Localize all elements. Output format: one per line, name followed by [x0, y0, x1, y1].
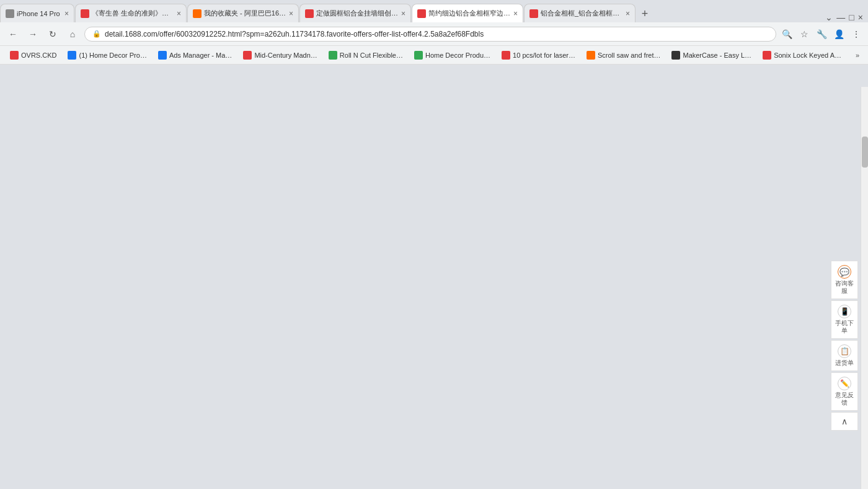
feedback-icon: ✏️ — [838, 377, 851, 390]
tab-label-round: 定做圆框铝合金挂墙细创事… — [316, 9, 399, 18]
cart-icon: 📋 — [838, 344, 851, 358]
tab-round-frame[interactable]: 定做圆框铝合金挂墙细创事… × — [299, 4, 411, 22]
address-bar-1[interactable]: 🔒 detail.1688.com/offer/600320912252.htm… — [84, 27, 776, 42]
consult-label: 咨询客服 — [834, 280, 855, 295]
tab-kiseiju[interactable]: 《寄生兽 生命的准则》全集… × — [75, 4, 187, 22]
toolbar-actions-1: 🔍 ☆ 🔧 👤 ⋮ — [780, 27, 863, 41]
sidebar-btn-feedback[interactable]: ✏️ 意见反馈 — [831, 372, 858, 411]
bookmark-icon-hd2 — [414, 51, 423, 60]
bookmark-label-10pcs: 10 pcs/lot for laser… — [513, 52, 575, 59]
tab-favorites[interactable]: 我的收藏夹 - 阿里巴巴1688… × — [187, 4, 299, 22]
tab-close-iphone[interactable]: × — [64, 9, 69, 18]
tab-alloy-frame[interactable]: 铝合金相框_铝合金相框拉… × — [524, 4, 636, 22]
home-button-1[interactable]: ⌂ — [64, 26, 81, 42]
bookmark-label-hd2: Home Decor Produ… — [425, 52, 490, 59]
tab-label-kiseiju: 《寄生兽 生命的准则》全集… — [92, 9, 174, 18]
restore-button-1[interactable]: □ — [849, 12, 854, 22]
toolbar-1: ← → ↻ ⌂ 🔒 detail.1688.com/offer/60032091… — [0, 22, 868, 46]
tab-label-alloy: 铝合金相框_铝合金相框拉… — [541, 9, 623, 18]
sidebar-btn-consult[interactable]: 💬 咨询客服 — [831, 261, 858, 299]
scroll-up-button[interactable]: ∧ — [831, 412, 858, 431]
feedback-label: 意见反馈 — [834, 392, 855, 406]
mobile-label: 手机下单 — [834, 320, 855, 334]
tab-controls-1: ⌄ — □ × — [825, 12, 868, 22]
extensions-icon-1[interactable]: 🔧 — [815, 27, 828, 41]
bookmark-homedecor2[interactable]: Home Decor Produ… — [409, 50, 495, 61]
bookmarks-more-1[interactable]: » — [852, 50, 863, 60]
right-sidebar: 💬 咨询客服 📱 手机下单 📋 进货单 ✏️ 意见反馈 ∧ — [831, 261, 858, 431]
cart-label: 进货单 — [835, 359, 854, 367]
tab-favicon-iphone — [6, 9, 14, 18]
bookmark-label-sonix: Sonix Lock Keyed A… — [774, 52, 841, 59]
bookmark-label-roll: Roll N Cut Flexible… — [340, 52, 403, 59]
refresh-button-1[interactable]: ↻ — [45, 26, 61, 42]
bookmark-label-ads: Ads Manager - Ma… — [169, 52, 232, 59]
forward-button-1[interactable]: → — [25, 26, 41, 42]
consult-icon: 💬 — [838, 265, 851, 279]
new-tab-button-1[interactable]: + — [636, 5, 653, 22]
bookmark-icon-roll — [329, 51, 337, 60]
bookmark-ovrs[interactable]: OVRS.CKD — [5, 50, 61, 61]
sidebar-btn-mobile[interactable]: 📱 手机下单 — [831, 300, 858, 339]
search-icon-1[interactable]: 🔍 — [780, 27, 794, 41]
profile-icon-1[interactable]: 👤 — [832, 27, 846, 41]
tab-favicon-favorites — [193, 9, 202, 18]
bookmark-home-decor[interactable]: (1) Home Decor Pro… — [63, 50, 151, 61]
bookmark-icon-ads — [158, 51, 167, 60]
sidebar-btn-cart[interactable]: 📋 进货单 — [831, 340, 858, 371]
bookmark-star-1[interactable]: ☆ — [797, 27, 811, 41]
scrollbar-thumb[interactable] — [862, 137, 868, 168]
back-button-1[interactable]: ← — [5, 26, 21, 42]
scrollbar-track[interactable] — [861, 87, 868, 489]
tab-favicon-alloy — [529, 9, 538, 18]
bookmark-icon-maker — [671, 51, 680, 60]
menu-icon-1[interactable]: ⋮ — [849, 27, 863, 41]
bookmark-label-home: (1) Home Decor Pro… — [79, 52, 146, 59]
bookmark-scrollsaw[interactable]: Scroll saw and fret… — [582, 50, 665, 61]
tab-label-slim: 简约细边铝合金相框窄边画… — [428, 9, 511, 18]
bookmark-makercase[interactable]: MakerCase - Easy L… — [666, 50, 756, 61]
bookmark-icon-ovrs — [10, 51, 19, 60]
lock-icon-1: 🔒 — [92, 30, 101, 38]
tab-list-button-1[interactable]: ⌄ — [825, 12, 833, 22]
bookmark-ads[interactable]: Ads Manager - Ma… — [153, 50, 237, 61]
tab-close-slim[interactable]: × — [513, 9, 518, 18]
tab-close-kiseiju[interactable]: × — [177, 9, 181, 18]
bookmark-icon-10pcs — [502, 51, 510, 60]
tab-slim-frame[interactable]: 简约细边铝合金相框窄边画… × — [412, 4, 523, 22]
bookmark-label-ovrs: OVRS.CKD — [21, 52, 56, 59]
tab-iphone[interactable]: iPhone 14 Pro × — [0, 4, 74, 22]
mobile-icon: 📱 — [838, 305, 851, 318]
bookmarks-bar-1: OVRS.CKD (1) Home Decor Pro… Ads Manager… — [0, 46, 868, 65]
tab-favicon-kiseiju — [81, 9, 89, 18]
tab-favicon-round — [305, 9, 314, 18]
tab-close-alloy[interactable]: × — [626, 9, 630, 18]
tab-close-round[interactable]: × — [401, 9, 405, 18]
scroll-up-icon: ∧ — [841, 416, 848, 426]
bookmark-label-mid: Mid-Century Madn… — [254, 52, 317, 59]
bookmark-10pcs[interactable]: 10 pcs/lot for laser… — [497, 50, 580, 61]
bookmark-icon-mid — [243, 51, 252, 60]
bookmark-icon-scroll — [587, 51, 595, 60]
close-button-1[interactable]: × — [858, 12, 863, 22]
bookmark-label-scroll: Scroll saw and fret… — [598, 52, 660, 59]
tab-label-iphone: iPhone 14 Pro — [17, 10, 62, 17]
minimize-button-1[interactable]: — — [836, 12, 845, 22]
bookmark-sonix[interactable]: Sonix Lock Keyed A… — [758, 50, 846, 61]
bookmark-midcentury[interactable]: Mid-Century Madn… — [238, 50, 322, 61]
tab-label-favorites: 我的收藏夹 - 阿里巴巴1688… — [204, 9, 286, 18]
tab-bar-1: iPhone 14 Pro × 《寄生兽 生命的准则》全集… × 我的收藏夹 -… — [0, 0, 868, 22]
tab-favicon-slim — [417, 9, 426, 18]
bookmark-label-maker: MakerCase - Easy L… — [683, 52, 751, 59]
bookmark-rollncut[interactable]: Roll N Cut Flexible… — [324, 50, 408, 61]
tab-close-favorites[interactable]: × — [289, 9, 293, 18]
bookmark-icon-home — [68, 51, 76, 60]
bookmark-icon-sonix — [763, 51, 771, 60]
address-text-1: detail.1688.com/offer/600320912252.html?… — [105, 30, 768, 38]
